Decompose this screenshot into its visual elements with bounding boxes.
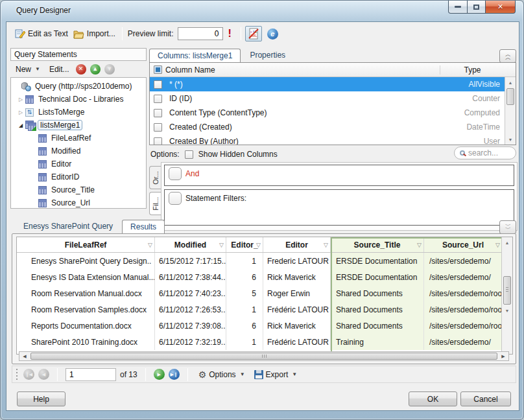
collapse-columns-button[interactable]: ︿︿: [499, 49, 516, 63]
scrollbar-thumb[interactable]: [30, 353, 497, 360]
column-name-header[interactable]: Column Name: [165, 65, 440, 75]
enesys-logo-icon[interactable]: e: [267, 29, 278, 40]
tree-node-listsmerge1[interactable]: ◢listsMerge1: [11, 119, 146, 132]
tab-enesys-sharepoint-query[interactable]: Enesys SharePoint Query: [16, 220, 121, 233]
results-header-source_title[interactable]: Source_Title▽: [331, 237, 424, 252]
close-button[interactable]: ✕: [486, 1, 516, 14]
expander-collapsed-icon[interactable]: ▷: [16, 110, 25, 115]
column-row[interactable]: Created By (Author)User: [150, 134, 516, 145]
scrollbar-thumb[interactable]: [506, 88, 514, 105]
results-row[interactable]: SharePoint 2010 Training.docx6/11/2012 7…: [17, 334, 512, 350]
caml-view-toggle-button[interactable]: xMLAML: [245, 26, 262, 41]
filter-funnel-icon[interactable]: ▽: [148, 242, 152, 248]
scroll-down-icon[interactable]: ▼: [505, 134, 516, 145]
move-down-button[interactable]: ▼: [104, 64, 115, 75]
next-page-button[interactable]: ▶: [154, 369, 165, 380]
column-row[interactable]: * (*)AllVisible: [150, 77, 516, 91]
preview-limit-input[interactable]: [178, 27, 223, 40]
scrollbar-thumb[interactable]: [503, 276, 511, 305]
column-row[interactable]: Content Type (ContentType)Computed: [150, 106, 516, 120]
statement-filters-checkbox[interactable]: [169, 192, 182, 205]
first-page-button[interactable]: ❙◀: [23, 369, 34, 380]
scroll-up-icon[interactable]: ▲: [502, 237, 512, 248]
type-header[interactable]: Type: [440, 65, 505, 75]
toolbar-grip[interactable]: [16, 369, 19, 380]
previous-page-button[interactable]: ◀: [38, 369, 49, 380]
filter-funnel-icon[interactable]: ▽: [256, 242, 261, 248]
maximize-button[interactable]: [468, 1, 486, 14]
last-page-button[interactable]: ▶❙: [169, 369, 180, 380]
column-row[interactable]: Created (Created)DateTime: [150, 120, 516, 134]
move-up-button[interactable]: ▲: [90, 64, 101, 75]
column-checkbox[interactable]: [154, 80, 162, 89]
tree-node-liststomerge[interactable]: ▷⇅ListsToMerge: [11, 106, 146, 119]
results-horizontal-scrollbar[interactable]: ◀ ▶: [19, 351, 509, 361]
tab-columns[interactable]: Columns: listsMerge1: [149, 49, 241, 63]
tree-field-item[interactable]: EditorID: [11, 170, 146, 183]
tree-node-label: listsMerge1: [38, 120, 82, 130]
results-row[interactable]: Enesys IS Data Extension Manual...6/11/2…: [17, 269, 512, 285]
filter-funnel-icon[interactable]: ▽: [495, 242, 500, 248]
results-header-editor[interactable]: Editor▽: [263, 237, 331, 252]
cancel-button[interactable]: Cancel: [460, 391, 511, 406]
collapse-results-button[interactable]: ﹀﹀: [499, 220, 516, 234]
scroll-right-icon[interactable]: ▶: [498, 352, 508, 360]
results-header-fileleafref[interactable]: FileLeafRef▽: [17, 237, 155, 252]
results-row[interactable]: Room Reservation Manual.docx6/11/2012 7:…: [17, 285, 512, 301]
scroll-left-icon[interactable]: ◀: [19, 352, 30, 360]
column-checkbox[interactable]: [154, 95, 162, 103]
filter-funnel-icon[interactable]: ▽: [324, 242, 328, 248]
tree-field-item[interactable]: Editor: [11, 158, 146, 170]
tree-field-item[interactable]: Source_Title: [11, 183, 146, 196]
edit-statement-button[interactable]: Edit...: [47, 64, 72, 75]
scroll-up-icon[interactable]: ▲: [505, 77, 516, 88]
results-vertical-scrollbar[interactable]: ▲ ▼: [501, 237, 512, 354]
tree-field-item[interactable]: FileLeafRef: [11, 132, 146, 145]
tree-node-technical-doc[interactable]: ▷Technical Doc - Libraries: [11, 93, 146, 106]
tree-node-query[interactable]: Query (http://sps2010demo): [11, 80, 146, 93]
filter-funnel-icon[interactable]: ▽: [417, 242, 422, 248]
execute-exclamation-icon[interactable]: !: [228, 28, 232, 40]
filter-funnel-icon[interactable]: ▽: [219, 242, 224, 248]
results-row[interactable]: Reports Documentation.docx6/11/2012 7:39…: [17, 318, 512, 334]
scroll-down-icon[interactable]: ▼: [502, 305, 512, 316]
import-button[interactable]: Import...: [71, 28, 118, 40]
tree-field-item[interactable]: Source_Url: [11, 196, 146, 209]
tree-field-item[interactable]: Modified: [11, 145, 146, 158]
columns-grid-scrollbar[interactable]: ▲ ▼: [505, 77, 516, 145]
select-all-checkbox[interactable]: [154, 65, 162, 74]
results-header-modified[interactable]: Modified▽: [155, 237, 226, 252]
column-checkbox[interactable]: [154, 109, 162, 117]
edit-as-text-button[interactable]: Edit as Text: [12, 27, 71, 40]
and-filter-checkbox[interactable]: [169, 167, 182, 180]
show-hidden-columns-label[interactable]: Show Hidden Columns: [198, 150, 278, 159]
delete-statement-button[interactable]: ✕: [76, 64, 86, 75]
columns-tab-strip: Columns: listsMerge1 Properties: [149, 48, 294, 62]
page-number-input[interactable]: [66, 368, 116, 381]
results-header-editor_[interactable]: Editor_▽: [226, 237, 263, 252]
results-row[interactable]: Enesys SharePoint Query Design..6/15/201…: [17, 253, 512, 269]
title-bar[interactable]: Query Designer ✕: [1, 1, 523, 21]
help-button[interactable]: Help: [17, 391, 66, 406]
tab-results[interactable]: Results: [122, 220, 165, 234]
expander-collapsed-icon[interactable]: ▷: [16, 97, 25, 102]
minimize-button[interactable]: [448, 1, 468, 14]
export-menu-button[interactable]: Export ▼: [252, 369, 300, 380]
tab-properties[interactable]: Properties: [242, 49, 293, 62]
column-search-box[interactable]: search...: [454, 146, 516, 159]
results-row[interactable]: Room Reservation Samples.docx6/11/2012 7…: [17, 301, 512, 318]
results-header-source_url[interactable]: Source_Url▽: [424, 237, 503, 252]
column-checkbox[interactable]: [154, 137, 162, 146]
column-checkbox[interactable]: [154, 123, 162, 132]
column-row[interactable]: ID (ID)Counter: [150, 91, 516, 106]
tab-filters[interactable]: Fil...: [149, 192, 161, 215]
tab-or[interactable]: Or...: [149, 166, 161, 189]
expander-expanded-icon[interactable]: ◢: [16, 122, 25, 128]
and-operator-label[interactable]: And: [185, 169, 199, 178]
show-hidden-columns-checkbox[interactable]: [185, 150, 193, 159]
statement-filters-box[interactable]: Statement Filters:: [164, 189, 514, 226]
and-filter-box[interactable]: And: [164, 165, 514, 186]
options-menu-button[interactable]: ⚙ Options ▼: [196, 368, 248, 381]
new-statement-button[interactable]: New▼: [13, 64, 43, 75]
ok-button[interactable]: OK: [409, 391, 457, 406]
